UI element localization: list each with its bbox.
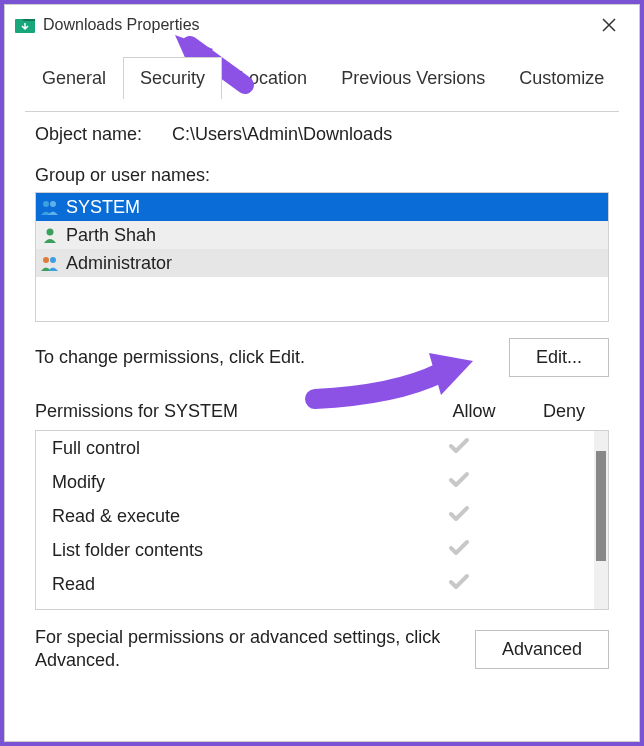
tabstrip: General Security Location Previous Versi…	[25, 57, 619, 100]
permission-name: List folder contents	[36, 540, 414, 561]
check-icon	[448, 539, 470, 562]
permission-row: Read	[36, 567, 594, 601]
svg-point-5	[50, 257, 56, 263]
group-user-list[interactable]: SYSTEM Parth Shah Administrator	[35, 192, 609, 322]
close-icon	[602, 18, 616, 32]
svg-point-1	[43, 201, 49, 207]
object-name-label: Object name:	[35, 124, 142, 145]
close-button[interactable]	[589, 11, 629, 39]
tab-previous-versions[interactable]: Previous Versions	[324, 57, 502, 99]
allow-cell	[414, 471, 504, 494]
svg-point-2	[50, 201, 56, 207]
list-item-administrators[interactable]: Administrator	[36, 249, 608, 277]
tab-security[interactable]: Security	[123, 57, 222, 99]
permissions-list: Full controlModifyRead & executeList fol…	[35, 430, 609, 610]
allow-cell	[414, 505, 504, 528]
check-icon	[448, 573, 470, 596]
users-icon	[40, 198, 60, 216]
check-icon	[448, 471, 470, 494]
svg-point-3	[47, 229, 54, 236]
scrollbar-thumb[interactable]	[596, 451, 606, 561]
permissions-title: Permissions for SYSTEM	[35, 401, 429, 422]
svg-point-4	[43, 257, 49, 263]
permission-row: List folder contents	[36, 533, 594, 567]
check-icon	[448, 437, 470, 460]
advanced-hint: For special permissions or advanced sett…	[35, 626, 455, 673]
downloads-folder-icon	[15, 15, 35, 35]
window-title: Downloads Properties	[43, 16, 589, 34]
scrollbar[interactable]	[594, 431, 608, 609]
user-icon	[40, 226, 60, 244]
permission-row: Modify	[36, 465, 594, 499]
allow-cell	[414, 573, 504, 596]
edit-hint: To change permissions, click Edit.	[35, 347, 509, 368]
permission-row: Read & execute	[36, 499, 594, 533]
allow-cell	[414, 437, 504, 460]
tab-general[interactable]: General	[25, 57, 123, 99]
object-name-value: C:\Users\Admin\Downloads	[172, 124, 392, 145]
list-item-user[interactable]: Parth Shah	[36, 221, 608, 249]
permission-row: Full control	[36, 431, 594, 465]
permission-name: Modify	[36, 472, 414, 493]
permission-name: Read & execute	[36, 506, 414, 527]
tab-customize[interactable]: Customize	[502, 57, 621, 99]
deny-column-header: Deny	[519, 401, 609, 422]
titlebar: Downloads Properties	[5, 5, 639, 45]
tab-location[interactable]: Location	[222, 57, 324, 99]
edit-button[interactable]: Edit...	[509, 338, 609, 377]
check-icon	[448, 505, 470, 528]
permission-name: Full control	[36, 438, 414, 459]
allow-cell	[414, 539, 504, 562]
list-item-system[interactable]: SYSTEM	[36, 193, 608, 221]
advanced-button[interactable]: Advanced	[475, 630, 609, 669]
properties-dialog: Downloads Properties General Security Lo…	[4, 4, 640, 742]
users-icon	[40, 254, 60, 272]
allow-column-header: Allow	[429, 401, 519, 422]
permission-name: Read	[36, 574, 414, 595]
group-user-names-label: Group or user names:	[35, 165, 609, 186]
